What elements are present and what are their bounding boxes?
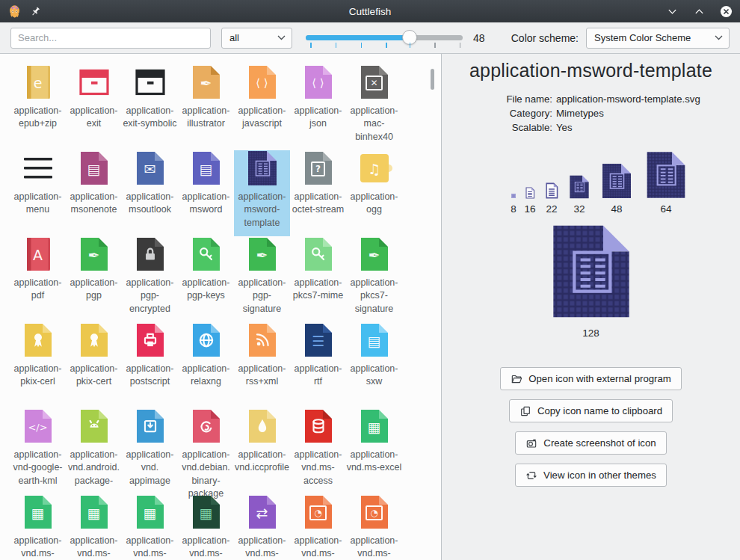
icon-grid-item[interactable]: application-​postscript — [122, 322, 178, 408]
icon-grid-item-label: application-​vnd.​ms-​powerpoint.​a — [346, 535, 402, 560]
icon-grid-item[interactable]: application-​rss+xml — [234, 322, 290, 408]
icon-grid-item[interactable]: ⟨ ⟩application-​javascript — [234, 64, 290, 150]
large-preview-size: 128 — [582, 327, 599, 339]
pin-icon[interactable] — [29, 5, 42, 18]
icon-grid-item[interactable]: ▦application-​vnd.​ms-​excel.​sheet.​bi — [66, 494, 122, 560]
icon-grid-item[interactable]: ✒application-​pgp-​signature — [234, 236, 290, 322]
icon-grid-item[interactable]: ✕application-​mac-​binhex40 — [346, 64, 402, 150]
icon-grid-item[interactable]: ✒application-​illustrator — [178, 64, 234, 150]
icon-grid-item[interactable]: ◔application-​vnd.​ms-​powerpoint — [290, 494, 346, 560]
application-pdf-icon: A — [20, 236, 56, 272]
icon-grid-item-label: application-​pdf — [10, 277, 66, 303]
icon-grid-item[interactable]: ▦application-​vnd.​ms-​excel.​addin.​m — [10, 494, 66, 560]
color-scheme-label: Color scheme: — [511, 32, 579, 44]
icon-grid-item[interactable]: ▤application-​msonenote — [66, 150, 122, 236]
application-exit-symbolic-icon — [132, 64, 168, 100]
icon-grid-item-label: application-​relaxng — [178, 363, 234, 389]
application-pkcs7-mime-icon — [300, 236, 336, 272]
size-preview-22: 22 — [543, 182, 560, 215]
icon-grid-item-label: application-​vnd.​ms-​powerpoint — [290, 535, 346, 560]
application-vnd.ms-excel-icon: ▦ — [357, 408, 392, 444]
icon-grid-item-label: application-​epub+zip — [10, 105, 66, 131]
icon-grid-item[interactable]: application-​relaxng — [178, 322, 234, 408]
icon-grid-item[interactable]: application-​pkix-​cerl — [10, 322, 66, 408]
application-ogg-icon: ♫ — [357, 150, 392, 186]
icon-grid-item[interactable]: </>application-​vnd-​google-​earth-​kml — [10, 408, 66, 494]
size-value: 48 — [473, 32, 485, 44]
application-vnd.ms-powerpoint-icon: ◔ — [300, 494, 336, 530]
toolbar: all 48 Color scheme: System Color Scheme — [0, 22, 740, 54]
application-pkix-cert-icon — [76, 322, 112, 358]
icon-grid-item[interactable]: application-​vnd.​debian.​binary-​packag… — [178, 408, 234, 494]
screenshot-button[interactable]: Create screenshot of icon — [515, 431, 666, 455]
icon-grid-item[interactable]: ▤application-​sxw — [346, 322, 402, 408]
preview-icon — [511, 193, 517, 199]
icon-grid-item[interactable]: application-​pkix-​cert — [66, 322, 122, 408]
icon-grid-item[interactable]: ✒application-​pkcs7-​signature — [346, 236, 402, 322]
icon-grid-item[interactable]: Aapplication-​pdf — [10, 236, 66, 322]
icon-grid-item[interactable]: application-​vnd.​android.​package-​ — [66, 408, 122, 494]
size-preview-32: 32 — [567, 175, 591, 215]
icon-grid-item[interactable]: application-​msword-​template — [234, 150, 290, 236]
icon-grid-item[interactable]: ✒application-​pgp — [66, 236, 122, 322]
close-button[interactable] — [719, 4, 733, 18]
application-vnd.iccprofile-icon — [244, 408, 280, 444]
icon-grid-item[interactable]: application-​exit — [66, 64, 122, 150]
icon-grid-item-label: application-​vnd-​google-​earth-​kml — [10, 449, 66, 487]
maximize-button[interactable] — [692, 4, 706, 18]
icon-grid-item[interactable]: application-​menu — [10, 150, 66, 236]
icon-grid-item[interactable]: application-​pkcs7-​mime — [290, 236, 346, 322]
icon-grid-item[interactable]: application-​vnd.​appimage — [122, 408, 178, 494]
icon-grid-item[interactable]: ▦application-​vnd.​ms-​excel — [346, 408, 402, 494]
icon-grid-item-label: application-​ogg — [346, 191, 402, 217]
button-label: Create screenshot of icon — [543, 437, 656, 449]
icon-grid-item[interactable]: ◔application-​vnd.​ms-​powerpoint.​a — [346, 494, 402, 560]
size-preview-8: 8 — [511, 193, 517, 215]
icon-grid-item-label: application-​postscript — [122, 363, 178, 389]
color-scheme-dropdown[interactable]: System Color Scheme — [586, 28, 730, 49]
icon-grid-item[interactable]: ☰application-​rtf — [290, 322, 346, 408]
titlebar[interactable]: Cuttlefish — [0, 0, 740, 22]
application-msword-template-icon — [244, 150, 280, 186]
icon-grid-item[interactable]: ?application-​octet-​stream — [290, 150, 346, 236]
preview-size-label: 64 — [660, 203, 671, 215]
icon-grid-item-label: application-​vnd.​android.​package-​ — [66, 449, 122, 487]
icon-grid-item[interactable]: ⟨ ⟩application-​json — [290, 64, 346, 150]
minimize-button[interactable] — [665, 4, 679, 18]
icon-grid-item[interactable]: application-​vnd.​iccprofile — [234, 408, 290, 494]
application-sxw-icon: ▤ — [357, 322, 392, 358]
size-preview-64: 64 — [642, 151, 690, 215]
icon-grid-item[interactable]: ⇄application-​vnd.​ms-​infopath — [234, 494, 290, 560]
application-mac-binhex40-icon: ✕ — [357, 64, 392, 100]
icon-grid-item[interactable]: ▤application-​msword — [178, 150, 234, 236]
icon-grid-item[interactable]: application-​pgp-​encrypted — [122, 236, 178, 322]
preview-size-label: 22 — [546, 203, 557, 215]
preview-icon — [567, 175, 591, 199]
icon-grid-item[interactable]: ♫application-​ogg — [346, 150, 402, 236]
field-value: Mimetypes — [556, 108, 740, 119]
icon-grid-item[interactable]: application-​exit-​symbolic — [122, 64, 178, 150]
chevron-down-icon — [277, 35, 286, 40]
view-themes-button[interactable]: View icon in other themes — [515, 464, 667, 487]
size-slider[interactable] — [306, 28, 463, 49]
field-value: application-msword-template.svg — [556, 93, 740, 105]
slider-tick — [336, 43, 337, 48]
application-vnd-google-earth-kml-icon: </> — [20, 408, 56, 444]
icon-grid-item[interactable]: ▦application-​vnd.​ms-​excel.​sheet.​m — [122, 494, 178, 560]
icon-grid-item-label: application-​pgp-​encrypted — [122, 277, 178, 316]
copy-name-button[interactable]: Copy icon name to clipboard — [509, 399, 673, 422]
icon-grid-item[interactable]: ▦application-​vnd.​ms-​excel.​templat — [178, 494, 234, 560]
scrollbar-thumb[interactable] — [431, 69, 434, 90]
search-input[interactable] — [10, 28, 211, 49]
icon-grid-item-label: application-​menu — [10, 191, 66, 217]
icon-grid-item[interactable]: application-​pgp-​keys — [178, 236, 234, 322]
color-scheme-value: System Color Scheme — [594, 32, 709, 43]
icon-grid-item-label: application-​pgp-​keys — [178, 277, 234, 303]
application-relaxng-icon — [188, 322, 224, 358]
icon-grid-item[interactable]: application-​vnd.​ms-​access — [290, 408, 346, 494]
icon-grid-item[interactable]: eapplication-​epub+zip — [10, 64, 66, 150]
category-dropdown[interactable]: all — [221, 28, 292, 49]
icon-grid-item[interactable]: ✉application-​msoutlook — [122, 150, 178, 236]
preview-size-label: 16 — [524, 203, 535, 215]
open-external-button[interactable]: Open icon with external program — [500, 367, 682, 390]
